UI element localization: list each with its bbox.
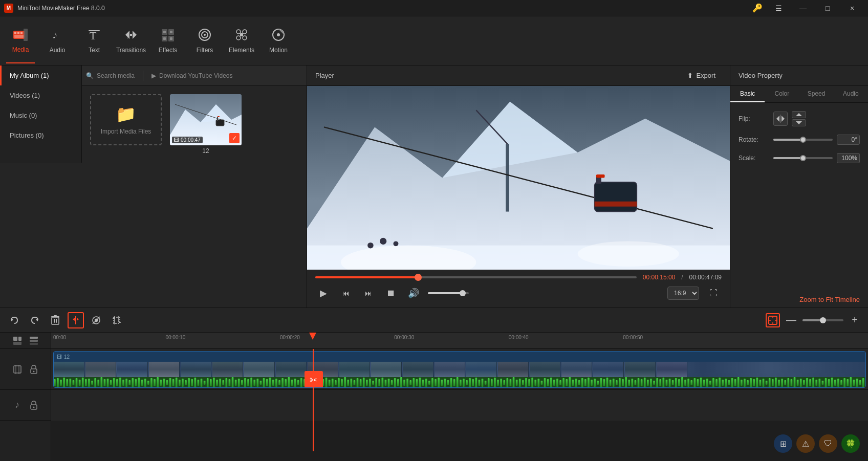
bottom-shield-btn[interactable]: 🛡 — [819, 434, 837, 453]
progress-bar[interactable] — [315, 276, 637, 278]
tl-audio-detach-btn[interactable] — [88, 312, 104, 328]
tl-fit-btn[interactable] — [766, 313, 780, 327]
tab-speed[interactable]: Speed — [799, 86, 834, 102]
stop-btn[interactable]: ⏹ — [383, 285, 399, 301]
clip-audio: // This generates the waveform SVG bars … — [54, 377, 865, 388]
svg-rect-328 — [784, 380, 786, 385]
toolbar-media[interactable]: Media — [2, 18, 39, 63]
toolbar-text[interactable]: T Text — [76, 18, 113, 63]
sidebar-item-my-album[interactable]: My Album (1) — [0, 65, 81, 85]
media-yt-btn[interactable]: ▶ Download YouTube Videos — [151, 72, 232, 79]
tl-undo-btn[interactable] — [6, 312, 23, 328]
sidebar-item-videos[interactable]: Videos (1) — [0, 85, 81, 105]
progress-thumb[interactable] — [415, 274, 422, 281]
tl-stack-btn[interactable] — [28, 335, 40, 347]
flip-horizontal-btn[interactable] — [773, 112, 788, 126]
hamburger-btn[interactable]: ☰ — [767, 0, 790, 16]
import-media-box[interactable]: 📁 Import Media Files — [90, 94, 162, 145]
aspect-ratio-select[interactable]: 16:9 9:16 1:1 4:3 — [667, 287, 699, 300]
tl-zoom-out-btn[interactable]: — — [784, 313, 798, 327]
tl-redo-btn[interactable] — [27, 312, 43, 328]
toolbar-filters[interactable]: Filters — [186, 18, 223, 63]
search-icon: 🔍 — [86, 72, 94, 79]
svg-rect-346 — [840, 380, 842, 385]
media-search-btn[interactable]: 🔍 Search media — [86, 72, 135, 79]
tab-color[interactable]: Color — [765, 86, 799, 102]
scale-value[interactable]: 100% — [837, 153, 860, 163]
tl-delete-btn[interactable] — [47, 312, 63, 328]
svg-rect-234 — [491, 379, 493, 386]
svg-rect-247 — [531, 378, 533, 388]
rotate-slider[interactable] — [773, 139, 833, 141]
svg-rect-2 — [17, 32, 19, 34]
scale-slider[interactable] — [773, 157, 833, 159]
thumb-img[interactable]: 🎞 00:00:47 ✓ — [170, 94, 242, 145]
bottom-leaf-btn[interactable]: 🍀 — [841, 434, 860, 453]
svg-rect-191 — [357, 378, 359, 387]
tl-audio-lock-icon[interactable] — [28, 399, 40, 411]
svg-rect-142 — [204, 381, 206, 385]
rotate-value[interactable]: 0° — [837, 135, 860, 145]
video-clip[interactable]: 🎞 12 — [53, 351, 866, 388]
fullscreen-btn[interactable]: ⛶ — [705, 285, 722, 301]
audio-track[interactable] — [51, 390, 868, 421]
zoom-slider[interactable] — [802, 319, 843, 321]
svg-rect-231 — [482, 379, 484, 387]
tl-zoom-in-btn[interactable]: + — [848, 313, 862, 327]
svg-rect-227 — [469, 378, 471, 387]
svg-point-27 — [243, 36, 247, 40]
svg-rect-61 — [52, 317, 59, 324]
flip-up-btn[interactable] — [792, 111, 806, 118]
video-track[interactable]: 🎞 12 — [51, 349, 868, 390]
tl-left-controls: ♪ — [0, 333, 51, 461]
ruler-50: 00:00:50 — [623, 335, 643, 340]
zoom-to-fit-btn[interactable]: Zoom to Fit Timeline — [730, 292, 868, 308]
export-btn[interactable]: ⬆ Export — [681, 70, 722, 81]
volume-icon[interactable]: 🔊 — [405, 285, 422, 301]
svg-rect-220 — [447, 380, 449, 385]
maximize-btn[interactable]: □ — [816, 0, 839, 16]
ruler-0: 00:00 — [53, 335, 66, 340]
toolbar-motion[interactable]: Motion — [260, 18, 297, 63]
svg-rect-64 — [51, 316, 59, 317]
tl-video-crop-icon[interactable] — [11, 363, 24, 376]
volume-slider[interactable] — [428, 292, 469, 294]
tl-add-track-btn[interactable] — [11, 335, 24, 347]
svg-rect-199 — [382, 378, 384, 388]
elements-label: Elements — [229, 47, 254, 54]
toolbar-transitions[interactable]: ↔ Transitions — [113, 18, 149, 63]
svg-rect-270 — [603, 379, 605, 386]
bottom-scene-btn[interactable]: ⊞ — [774, 434, 792, 453]
tl-crop-btn[interactable] — [108, 312, 125, 328]
flip-down-btn[interactable] — [792, 119, 806, 126]
svg-rect-214 — [428, 381, 430, 385]
close-btn[interactable]: × — [840, 0, 864, 16]
svg-rect-117 — [125, 379, 127, 387]
sidebar-item-music[interactable]: Music (0) — [0, 105, 81, 125]
svg-rect-157 — [250, 378, 252, 388]
svg-rect-296 — [684, 380, 686, 386]
prev-frame-btn[interactable]: ⏮ — [338, 285, 354, 301]
tl-video-lock-icon[interactable] — [28, 363, 40, 376]
toolbar-audio[interactable]: ♪ Audio — [39, 18, 76, 63]
svg-rect-197 — [375, 378, 377, 387]
play-btn[interactable]: ▶ — [315, 285, 332, 301]
window-controls: ☰ — □ × — [767, 0, 864, 16]
svg-rect-124 — [147, 381, 149, 385]
svg-rect-112 — [110, 380, 112, 385]
svg-rect-28 — [240, 33, 243, 36]
sidebar-item-pictures[interactable]: Pictures (0) — [0, 125, 81, 145]
next-frame-btn[interactable]: ⏭ — [360, 285, 377, 301]
svg-rect-47 — [595, 182, 637, 212]
bottom-warning-btn[interactable]: ⚠ — [796, 434, 815, 453]
toolbar-effects[interactable]: Effects — [149, 18, 186, 63]
toolbar-elements[interactable]: Elements — [223, 18, 260, 63]
svg-point-51 — [380, 238, 386, 245]
tab-audio[interactable]: Audio — [834, 86, 868, 102]
svg-rect-206 — [403, 380, 405, 386]
tl-audio-note-icon[interactable]: ♪ — [11, 399, 24, 411]
tl-split-btn[interactable] — [68, 312, 84, 328]
minimize-btn[interactable]: — — [791, 0, 815, 16]
right-panel-header: Video Property — [730, 65, 868, 86]
tab-basic[interactable]: Basic — [730, 86, 765, 102]
